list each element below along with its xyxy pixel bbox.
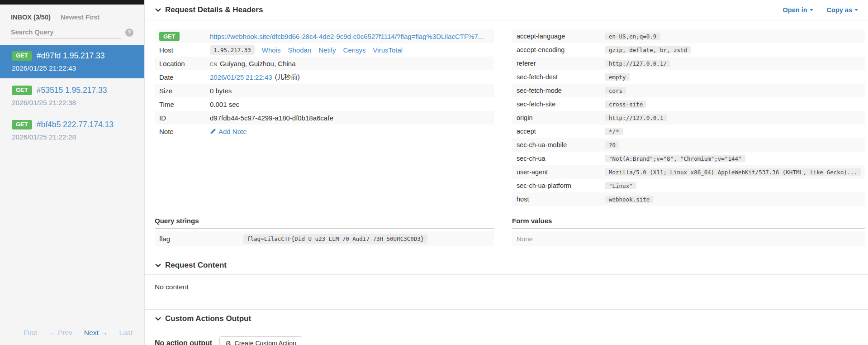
url-row: GET https://webhook.site/dfcb9d66-28c4-4…: [155, 29, 494, 43]
method-badge-cell: GET: [159, 32, 210, 40]
sidebar-header: INBOX (3/50) Newest First: [0, 5, 144, 21]
id-value: d97fdb44-5c97-4299-a180-df0b18a6cafe: [210, 114, 333, 122]
whois-link[interactable]: Whois: [262, 46, 281, 54]
country-code: CN: [210, 62, 218, 67]
help-icon[interactable]: ?: [125, 29, 133, 37]
header-value: gzip, deflate, br, zstd: [605, 46, 691, 53]
request-item-line: GET #d97fd 1.95.217.33: [12, 51, 144, 61]
caret-down-icon: [810, 9, 813, 11]
copy-as-label: Copy as: [827, 6, 852, 14]
open-in-dropdown[interactable]: Open in: [783, 6, 813, 14]
headers-column: accept-languageen-US,en;q=0.9 accept-enc…: [512, 29, 865, 246]
date-label: Date: [159, 73, 210, 81]
details-and-headers: GET https://webhook.site/dfcb9d66-28c4-4…: [145, 20, 868, 246]
header-row: accept*/*: [512, 125, 865, 138]
date-link[interactable]: 2026/01/25 21:22:43: [210, 73, 272, 81]
netify-link[interactable]: Netify: [318, 46, 336, 54]
header-row: sec-ch-ua-platform"Linux": [512, 179, 865, 192]
form-values-empty: None: [517, 235, 533, 243]
section-title-text: Request Details & Headers: [165, 5, 263, 14]
inbox-count-label: INBOX (3/50): [11, 14, 51, 21]
section-title-text: Request Content: [165, 261, 227, 270]
location-label: Location: [159, 60, 210, 67]
custom-actions-title-wrap[interactable]: Custom Actions Output: [155, 314, 858, 323]
sidebar-top-bar: [0, 0, 144, 5]
query-key: flag: [159, 235, 243, 243]
header-row: accept-encodinggzip, deflate, br, zstd: [512, 43, 865, 57]
time-label: Time: [159, 101, 210, 108]
header-row: hostwebhook.site: [512, 192, 865, 206]
size-value: 0 bytes: [210, 87, 232, 95]
header-value: en-US,en;q=0.9: [605, 33, 660, 40]
date-row: Date 2026/01/25 21:22:43 (几秒前): [155, 70, 494, 84]
sort-order-toggle[interactable]: Newest First: [61, 14, 100, 21]
note-label: Note: [159, 128, 210, 135]
header-value: */*: [605, 128, 623, 135]
header-name: sec-ch-ua-mobile: [517, 141, 605, 149]
gear-icon: ⚙: [225, 340, 231, 345]
header-name: host: [517, 196, 605, 203]
request-item-line: GET #53515 1.95.217.33: [12, 86, 144, 95]
pagination-prev[interactable]: ← Prev: [49, 329, 72, 337]
add-note-link[interactable]: Add Note: [210, 128, 247, 135]
form-values-empty-row: None: [512, 231, 865, 246]
virustotal-link[interactable]: VirusTotal: [373, 46, 403, 54]
no-action-output-text: No action output: [155, 339, 212, 345]
request-list-item[interactable]: GET #bf4b5 222.77.174.13 2026/01/25 21:2…: [0, 114, 144, 147]
chevron-down-icon: [155, 262, 161, 269]
copy-as-dropdown[interactable]: Copy as: [827, 6, 858, 14]
header-name: origin: [517, 114, 605, 121]
request-content-header: Request Content: [145, 256, 868, 275]
censys-link[interactable]: Censys: [343, 46, 366, 54]
header-value: cross-site: [605, 101, 646, 108]
query-string-row: flag flag=LilacCTF{Did_U_u23_LLM_70_AudI…: [155, 231, 494, 246]
request-content-title-wrap[interactable]: Request Content: [155, 261, 858, 270]
search-row: ?: [0, 21, 144, 45]
sidebar: INBOX (3/50) Newest First ? GET #d97fd 1…: [0, 0, 145, 345]
header-row: originhttp://127.0.0.1: [512, 111, 865, 125]
request-url-link[interactable]: https://webhook.site/dfcb9d66-28c4-4de2-…: [210, 33, 484, 40]
chevron-down-icon: [155, 316, 161, 322]
size-label: Size: [159, 87, 210, 95]
request-content-body: No content: [145, 275, 868, 299]
header-name: sec-fetch-mode: [517, 87, 605, 94]
id-row: ID d97fdb44-5c97-4299-a180-df0b18a6cafe: [155, 111, 494, 125]
shodan-link[interactable]: Shodan: [288, 46, 311, 54]
time-value: 0.001 sec: [210, 101, 239, 108]
header-value: Mozilla/5.0 (X11; Linux x86_64) AppleWeb…: [605, 168, 861, 176]
form-values-title: Form values: [512, 214, 865, 229]
header-value: http://127.0.0.1: [605, 114, 667, 121]
method-badge: GET: [12, 51, 32, 60]
pagination-next[interactable]: Next →: [84, 329, 108, 337]
create-custom-action-button[interactable]: ⚙ Create Custom Action: [219, 336, 302, 345]
header-row: sec-fetch-destempty: [512, 70, 865, 84]
request-item-title: #53515 1.95.217.33: [37, 86, 107, 95]
header-value: webhook.site: [605, 196, 653, 203]
pagination-last[interactable]: Last: [119, 329, 133, 337]
custom-actions-header: Custom Actions Output: [145, 309, 868, 328]
request-list-item[interactable]: GET #53515 1.95.217.33 2026/01/25 21:22:…: [0, 80, 144, 113]
header-name: accept-language: [517, 33, 605, 40]
pagination-first[interactable]: First: [24, 329, 37, 337]
size-row: Size 0 bytes: [155, 84, 494, 97]
header-links: Open in Copy as: [783, 6, 858, 14]
headers-table: accept-languageen-US,en;q=0.9 accept-enc…: [512, 29, 865, 206]
header-row: sec-fetch-sitecross-site: [512, 97, 865, 111]
header-name: accept-encoding: [517, 46, 605, 53]
query-value: flag=LilacCTF{Did_U_u23_LLM_70_AudI7_73H…: [243, 234, 427, 244]
header-value: empty: [605, 73, 630, 81]
request-details-title-wrap[interactable]: Request Details & Headers: [155, 5, 263, 14]
id-label: ID: [159, 114, 210, 122]
header-value: ?0: [605, 141, 619, 149]
note-row: Note Add Note: [155, 125, 494, 138]
header-value: "Linux": [605, 182, 636, 189]
search-input[interactable]: [11, 26, 121, 39]
request-details-table: GET https://webhook.site/dfcb9d66-28c4-4…: [155, 29, 494, 138]
header-row: sec-ch-ua"Not(A:Brand";v="8", "Chromium"…: [512, 152, 865, 165]
method-badge: GET: [12, 86, 32, 95]
request-list-item[interactable]: GET #d97fd 1.95.217.33 2026/01/25 21:22:…: [0, 45, 144, 78]
method-badge: GET: [12, 120, 32, 129]
request-item-title: #bf4b5 222.77.174.13: [37, 120, 114, 129]
header-row: user-agentMozilla/5.0 (X11; Linux x86_64…: [512, 165, 865, 179]
query-strings-title: Query strings: [155, 214, 494, 229]
